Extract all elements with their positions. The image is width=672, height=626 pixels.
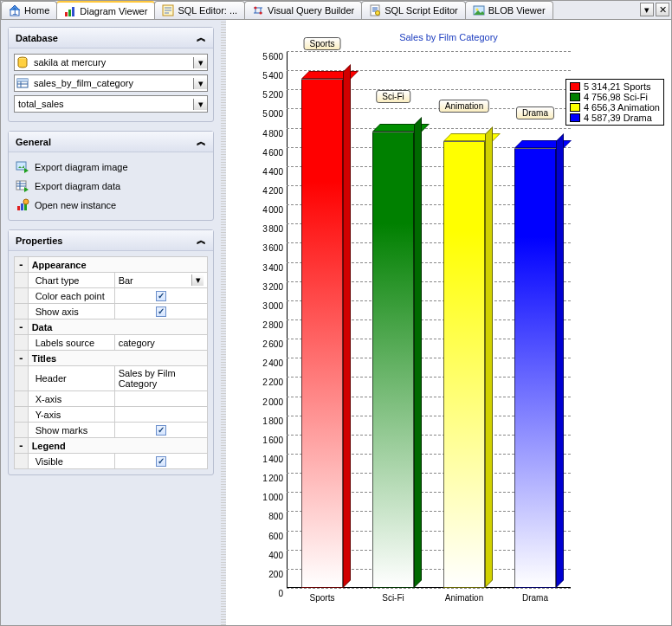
tab-label: BLOB Viewer xyxy=(488,5,546,16)
prop-group-appearance[interactable]: -Appearance xyxy=(15,257,208,273)
prop-row-labels-source: Labels sourcecategory xyxy=(15,335,208,351)
prop-value[interactable]: ✓ xyxy=(114,304,207,319)
dropdown-arrow-icon[interactable]: ▾ xyxy=(193,99,207,110)
checkbox-icon[interactable]: ✓ xyxy=(156,425,166,436)
checkbox-icon[interactable]: ✓ xyxy=(156,291,166,301)
svg-rect-2 xyxy=(65,12,68,16)
collapse-icon[interactable]: ︽ xyxy=(197,234,206,247)
tab-close-button[interactable]: ✕ xyxy=(656,3,669,16)
chart-pane: Sales by Film Category 02004006008001 00… xyxy=(226,20,671,625)
database-combo-0[interactable]: sakila at mercury▾ xyxy=(14,54,208,71)
bar-sci-fi[interactable] xyxy=(372,132,414,588)
legend-label: 4 587,39 Drama xyxy=(584,113,652,123)
prop-label: Visible xyxy=(28,454,114,469)
y-tick-label: 3 000 xyxy=(249,300,287,310)
chart-area: 02004006008001 0001 2001 4001 6001 8002 … xyxy=(245,51,664,618)
tab-visual-query-builder[interactable]: Visual Query Builder xyxy=(244,1,362,19)
bar-label-bubble: Sci-Fi xyxy=(376,90,410,103)
content: Database ︽ sakila at mercury▾sales_by_fi… xyxy=(1,20,671,625)
prop-row-color-each-point: Color each point✓ xyxy=(15,288,208,304)
home-icon: 1 xyxy=(9,4,21,16)
svg-rect-17 xyxy=(17,206,20,210)
y-tick-label: 1 200 xyxy=(249,474,287,483)
chart-title: Sales by Film Category xyxy=(226,20,671,42)
panel-header-properties[interactable]: Properties ︽ xyxy=(9,230,213,251)
expand-icon[interactable]: - xyxy=(15,319,29,335)
database-combo-2[interactable]: total_sales▾ xyxy=(14,95,208,113)
tab-diagram-viewer[interactable]: Diagram Viewer xyxy=(56,1,155,19)
action-export-diagram-image[interactable]: Export diagram image xyxy=(14,158,208,177)
legend-swatch xyxy=(570,82,580,91)
legend-item: 4 656,3 Animation xyxy=(570,102,660,113)
prop-row-header: HeaderSales by Film Category xyxy=(15,366,208,391)
panel-title: General xyxy=(16,137,51,147)
prop-row-show-marks: Show marks✓ xyxy=(15,423,208,438)
prop-row-visible: Visible✓ xyxy=(15,454,208,469)
y-tick-label: 4 400 xyxy=(249,166,287,176)
prop-label: Show axis xyxy=(28,304,114,319)
y-tick-label: 2 600 xyxy=(249,339,287,349)
panel-header-database[interactable]: Database ︽ xyxy=(9,28,213,48)
expand-icon[interactable]: - xyxy=(15,438,29,454)
action-label: Export diagram image xyxy=(35,162,128,172)
blob-icon xyxy=(473,4,485,16)
y-tick-label: 1 600 xyxy=(249,435,287,444)
checkbox-icon[interactable]: ✓ xyxy=(156,456,166,467)
tab-home[interactable]: 1Home xyxy=(1,1,57,19)
gridline xyxy=(287,51,571,52)
tab-sql-script-editor[interactable]: SQL Script Editor xyxy=(361,1,466,19)
prop-value[interactable] xyxy=(114,407,207,423)
prop-value[interactable]: Sales by Film Category xyxy=(114,366,207,391)
panel-properties: Properties ︽ -AppearanceChart typeBar▾Co… xyxy=(8,229,214,475)
collapse-icon[interactable]: ︽ xyxy=(197,31,206,44)
prop-value[interactable]: Bar▾ xyxy=(114,273,207,288)
prop-value[interactable]: ✓ xyxy=(114,423,207,438)
prop-value[interactable] xyxy=(114,391,207,407)
action-open-new-instance[interactable]: Open new instance xyxy=(14,196,208,215)
action-export-diagram-data[interactable]: Export diagram data xyxy=(14,177,208,196)
y-tick-label: 5 200 xyxy=(249,90,287,100)
prop-value[interactable]: ✓ xyxy=(114,288,207,304)
bar-animation[interactable] xyxy=(443,141,485,588)
panel-header-general[interactable]: General ︽ xyxy=(9,132,213,152)
prop-group-legend[interactable]: -Legend xyxy=(15,438,208,454)
x-tick-label: Drama xyxy=(522,588,548,603)
sql-icon xyxy=(162,4,174,16)
prop-value[interactable]: category xyxy=(114,335,207,351)
dropdown-arrow-icon[interactable]: ▾ xyxy=(193,78,207,89)
export-data-icon xyxy=(16,179,29,193)
legend-item: 4 756,98 Sci-Fi xyxy=(570,92,660,102)
prop-group-data[interactable]: -Data xyxy=(15,319,208,335)
tab-blob-viewer[interactable]: BLOB Viewer xyxy=(465,1,553,19)
prop-value[interactable]: ✓ xyxy=(114,454,207,469)
prop-group-titles[interactable]: -Titles xyxy=(15,351,208,366)
database-combo-1[interactable]: sales_by_film_category▾ xyxy=(14,74,208,92)
bar-label-bubble: Sports xyxy=(304,37,341,50)
expand-icon[interactable]: - xyxy=(15,351,29,366)
expand-icon[interactable]: - xyxy=(15,257,29,273)
prop-label: Labels source xyxy=(28,335,114,351)
collapse-icon[interactable]: ︽ xyxy=(197,135,206,148)
bar-sports[interactable] xyxy=(301,79,343,588)
prop-label: Show marks xyxy=(28,423,114,438)
dropdown-arrow-icon[interactable]: ▾ xyxy=(191,274,204,286)
svg-rect-18 xyxy=(21,203,23,210)
panel-database: Database ︽ sakila at mercury▾sales_by_fi… xyxy=(8,27,214,122)
dropdown-arrow-icon[interactable]: ▾ xyxy=(193,57,207,68)
legend-swatch xyxy=(570,103,580,112)
svg-rect-4 xyxy=(72,7,74,16)
svg-point-20 xyxy=(23,199,29,204)
x-tick-label: Sports xyxy=(310,588,335,603)
bar-drama[interactable] xyxy=(514,148,556,588)
legend-item: 5 314,21 Sports xyxy=(570,81,660,92)
y-tick-label: 200 xyxy=(249,569,287,578)
tab-list-button[interactable]: ▾ xyxy=(640,3,654,16)
y-tick-label: 4 800 xyxy=(249,128,287,138)
svg-rect-14 xyxy=(17,79,28,81)
checkbox-icon[interactable]: ✓ xyxy=(156,307,166,317)
prop-row-chart-type: Chart typeBar▾ xyxy=(15,273,208,288)
prop-row-y-axis: Y-axis xyxy=(15,407,208,423)
y-tick-label: 2 200 xyxy=(249,378,287,387)
y-tick-label: 2 000 xyxy=(249,397,287,406)
tab-sql-editor-[interactable]: SQL Editor: ... xyxy=(154,1,245,19)
